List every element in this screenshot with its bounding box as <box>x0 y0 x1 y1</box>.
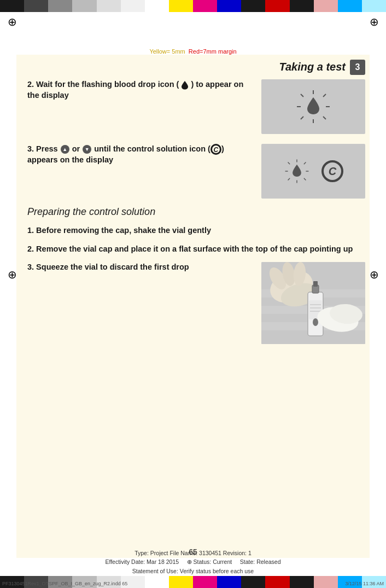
blood-drop-inline-icon <box>179 80 191 89</box>
footer-status: Status: Current <box>194 558 232 565</box>
page-title: Taking a test <box>279 61 346 73</box>
reg-mark-top-right: ⊕ <box>367 15 381 28</box>
step-2-display <box>261 79 365 134</box>
footer-line-2: Effectivity Date: Mar 18 2015 ⊕ Status: … <box>0 557 386 567</box>
vial-svg <box>261 262 365 344</box>
c-icon-inline: C <box>210 144 221 155</box>
svg-line-12 <box>288 162 290 165</box>
arrow-down-icon: ▼ <box>83 145 91 154</box>
svg-line-6 <box>323 94 326 97</box>
reg-mark-top-left: ⊕ <box>5 15 19 28</box>
svg-line-13 <box>304 178 306 181</box>
step3-flash-drop <box>283 158 311 185</box>
page-header: Taking a test 3 <box>21 55 370 79</box>
svg-line-4 <box>301 94 303 97</box>
step-3-row: 3. Press ▲ or ▼ until the control soluti… <box>27 144 365 199</box>
footer-line-3: Statement of Use: Verify status before e… <box>0 567 386 576</box>
step-3-display-inner: C <box>261 158 365 185</box>
step-2-text: 2. Wait for the flashing blood drop icon… <box>27 79 261 101</box>
section-step-3-text: 3. Squeeze the vial to discard the first… <box>27 262 261 273</box>
svg-line-14 <box>304 162 306 165</box>
file-info: PF3130451Rev1_OTSPF_OB_I_GB_en_zug_R2.in… <box>2 580 384 587</box>
svg-line-15 <box>288 178 290 181</box>
color-bar-top <box>0 0 386 12</box>
section-step-2: 2. Remove the vial cap and place it on a… <box>27 244 365 255</box>
content-area: 2. Wait for the flashing blood drop icon… <box>27 79 365 555</box>
arrow-up-icon: ▲ <box>61 145 69 154</box>
section-step-1: 1. Before removing the cap, shake the vi… <box>27 225 365 236</box>
vial-image <box>261 262 365 344</box>
svg-rect-31 <box>313 281 318 287</box>
step3-flash-svg <box>283 158 311 185</box>
svg-point-32 <box>313 318 318 326</box>
margin-yellow: Yellow= 5mm <box>149 48 185 55</box>
footer-effectivity: Effectivity Date: Mar 18 2015 <box>105 558 179 565</box>
file-info-right: 3/12/15 11:36 AM <box>345 581 384 586</box>
footer-reg-mark-inline: ⊕ <box>187 558 192 565</box>
flash-blood-drop <box>294 88 332 126</box>
margin-red: Red=7mm margin <box>189 48 237 55</box>
step-2-label: 2. Wait for the flashing blood drop icon… <box>27 80 243 100</box>
flash-rays-svg <box>294 88 332 126</box>
vial-illustration <box>261 262 365 344</box>
footer-state: State: Released <box>240 558 281 565</box>
svg-line-7 <box>301 117 303 119</box>
chapter-badge: 3 <box>350 60 365 75</box>
svg-line-5 <box>323 117 326 119</box>
file-info-left: PF3130451Rev1_OTSPF_OB_I_GB_en_zug_R2.in… <box>2 581 127 586</box>
c-circle-icon: C <box>321 160 343 182</box>
step-3-display: C <box>261 144 365 199</box>
step-3-label: 3. Press ▲ or ▼ until the control soluti… <box>27 144 224 164</box>
step-3-text: 3. Press ▲ or ▼ until the control soluti… <box>27 144 261 166</box>
footer-info: Type: Project File Name: 3130451 Revisio… <box>0 549 386 576</box>
step-2-row: 2. Wait for the flashing blood drop icon… <box>27 79 365 134</box>
section-step-3-label: 3. Squeeze the vial to discard the first… <box>27 263 189 271</box>
footer-line-1: Type: Project File Name: 3130451 Revisio… <box>0 549 386 558</box>
section-step-3-row: 3. Squeeze the vial to discard the first… <box>27 262 365 344</box>
margin-guide: Yellow= 5mm Red=7mm margin <box>0 48 386 55</box>
section-heading: Preparing the control solution <box>27 206 365 218</box>
